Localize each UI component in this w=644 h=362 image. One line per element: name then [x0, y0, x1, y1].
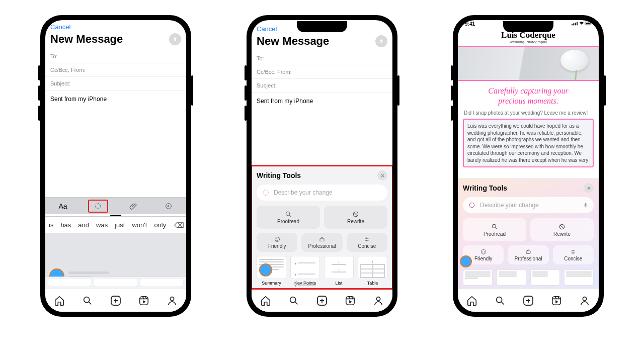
svg-point-7: [286, 212, 289, 215]
send-button[interactable]: [375, 35, 387, 47]
phone-frame-1: Cancel New Message To: Cc/Bcc, From: Sub…: [40, 15, 191, 317]
briefcase-icon: [319, 236, 325, 242]
arrow-up-icon: [172, 36, 178, 42]
summary-option[interactable]: Summary: [257, 256, 286, 286]
home-tab[interactable]: [53, 295, 65, 307]
reels-icon: [138, 295, 149, 306]
rewrite-icon: [558, 223, 566, 230]
close-button[interactable]: [377, 170, 387, 180]
table-option[interactable]: ↓ Table: [358, 256, 387, 286]
format-button[interactable]: Aa: [53, 200, 73, 213]
reels-tab[interactable]: [138, 295, 150, 307]
subject-field[interactable]: Subject:: [45, 77, 186, 90]
writing-tools-title: Writing Tools: [257, 171, 301, 179]
suggestion-word[interactable]: has: [59, 221, 72, 229]
svg-point-30: [482, 251, 483, 251]
format-thumbs: [463, 267, 594, 286]
svg-rect-12: [320, 238, 324, 241]
page-title: New Message: [50, 33, 123, 46]
professional-button[interactable]: Professional: [508, 245, 548, 264]
list-option[interactable]: [530, 269, 560, 286]
heart-icon[interactable]: ♡: [590, 249, 597, 258]
svg-point-0: [96, 203, 101, 209]
concise-icon: [364, 236, 370, 242]
create-tab[interactable]: [522, 295, 534, 307]
mic-icon[interactable]: [583, 202, 589, 208]
rewrite-button[interactable]: Rewrite: [530, 218, 594, 241]
rewrite-button[interactable]: Rewrite: [324, 206, 387, 229]
home-tab[interactable]: [260, 295, 272, 307]
create-tab[interactable]: [110, 295, 122, 307]
describe-input[interactable]: Describe your change: [257, 185, 387, 201]
profile-tab[interactable]: [372, 295, 384, 307]
table-option[interactable]: [564, 269, 594, 286]
reels-tab[interactable]: [550, 295, 562, 307]
svg-rect-35: [552, 296, 561, 305]
search-tab[interactable]: [494, 295, 506, 307]
send-button[interactable]: [169, 33, 181, 45]
reels-icon: [345, 295, 356, 306]
phone-frame-2: Cancel New Message To: Cc/Bcc, From: Sub…: [247, 15, 397, 317]
to-field[interactable]: To:: [252, 52, 392, 65]
mail-body[interactable]: Sent from my iPhone: [252, 93, 392, 110]
svg-point-33: [497, 297, 502, 302]
magnifier-icon: [491, 223, 498, 230]
concise-button[interactable]: Concise: [347, 233, 387, 252]
rewrite-icon: [352, 211, 359, 218]
concise-button[interactable]: Concise: [553, 245, 594, 264]
review-textarea[interactable]: Luis was everything we could have hoped …: [463, 119, 594, 167]
proofread-button[interactable]: Proofread: [257, 206, 320, 229]
suggestion-word[interactable]: is: [47, 221, 55, 229]
cancel-button[interactable]: Cancel: [257, 25, 277, 33]
keyboard-area[interactable]: [45, 233, 186, 289]
status-time: 9:41: [465, 21, 475, 29]
sparkle-gear-icon: [94, 202, 103, 211]
to-field[interactable]: To:: [45, 50, 186, 63]
subject-field[interactable]: Subject:: [252, 79, 392, 93]
suggestion-word[interactable]: only: [152, 221, 168, 229]
search-tab[interactable]: [82, 295, 94, 307]
bottom-nav: [252, 289, 392, 312]
create-tab[interactable]: [316, 295, 328, 307]
close-icon: [380, 173, 385, 178]
quick-type-bar[interactable]: is has and was just won't only ⌫: [45, 216, 186, 233]
writing-tools-panel: ♡ Writing Tools Describe your change: [458, 178, 599, 289]
attach-button[interactable]: [123, 200, 143, 213]
cancel-button[interactable]: Cancel: [50, 23, 70, 31]
search-tab[interactable]: [288, 295, 300, 307]
review-prompt: Did I snap photos at your wedding? Leave…: [458, 110, 599, 119]
cc-bcc-field[interactable]: Cc/Bcc, From:: [45, 63, 186, 77]
markup-button[interactable]: [158, 200, 179, 213]
summary-option[interactable]: [463, 269, 493, 286]
close-button[interactable]: [584, 183, 594, 193]
reels-tab[interactable]: [344, 295, 356, 307]
list-option[interactable]: ↓ ↓ List: [324, 256, 354, 286]
mail-body[interactable]: Sent from my iPhone: [45, 90, 186, 108]
profile-tab[interactable]: [579, 295, 591, 307]
home-tab[interactable]: [466, 295, 478, 307]
suggestion-word[interactable]: won't: [130, 221, 148, 229]
search-icon: [82, 295, 93, 306]
friendly-button[interactable]: Friendly: [463, 245, 504, 264]
describe-input[interactable]: Describe your change: [463, 197, 594, 213]
delete-key[interactable]: ⌫: [174, 221, 184, 229]
plus-square-icon: [522, 295, 534, 307]
suggestion-word[interactable]: was: [95, 221, 109, 229]
home-icon: [260, 295, 271, 306]
proofread-button[interactable]: Proofread: [463, 218, 526, 241]
keypoints-option[interactable]: [497, 269, 526, 286]
suggestion-word[interactable]: just: [113, 221, 126, 229]
svg-rect-15: [346, 296, 355, 305]
suggestion-word[interactable]: and: [76, 221, 91, 229]
describe-placeholder: Describe your change: [274, 189, 333, 196]
writing-tools-title: Writing Tools: [463, 184, 507, 192]
keypoints-option[interactable]: Key Points: [290, 256, 320, 286]
screen-2: Cancel New Message To: Cc/Bcc, From: Sub…: [252, 20, 392, 312]
brand-tagline: Wedding Photography: [458, 40, 599, 44]
writing-tools-button[interactable]: [88, 200, 108, 213]
friendly-button[interactable]: Friendly: [257, 233, 297, 252]
cc-bcc-field[interactable]: Cc/Bcc, From:: [252, 65, 392, 79]
professional-button[interactable]: Professional: [301, 233, 342, 252]
profile-tab[interactable]: [166, 295, 178, 307]
svg-point-27: [492, 224, 496, 228]
